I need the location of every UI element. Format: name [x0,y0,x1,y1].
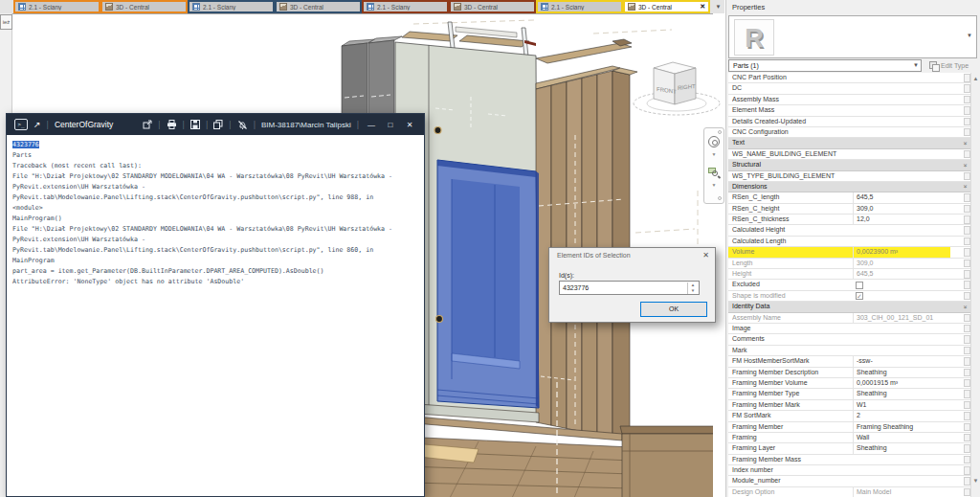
navbar-dropdown2-icon[interactable]: ▼ [704,182,724,188]
parameter-checkbox[interactable] [856,282,863,289]
parameter-value[interactable]: 12,0 [853,215,960,224]
parameter-value[interactable]: Framing Sheathing [853,422,960,432]
navigation-bar[interactable]: ▼ ▼ [703,127,724,204]
ids-input[interactable]: 4323776 ▲▼ [559,281,700,295]
ids-spinner[interactable]: ▲▼ [687,282,698,294]
popout-arrow-icon[interactable]: ↗ [33,120,41,129]
view-tab-4[interactable]: 3D - Central [275,0,362,13]
close-icon[interactable]: ✕ [403,121,416,129]
view-tab-5[interactable]: 2.1 - Ściany [362,0,449,13]
parameter-associate-button[interactable] [964,423,970,432]
type-selector[interactable]: R ▼ [728,15,977,58]
parameter-associate-button[interactable] [964,314,970,323]
parameter-associate-button[interactable] [964,237,970,246]
parameter-value[interactable]: Sheathing [853,368,960,377]
parameter-value[interactable]: Sheathing [853,443,960,453]
parameter-associate-button[interactable] [964,325,970,333]
parameter-associate-button[interactable] [964,248,970,257]
parameter-value[interactable]: 309,0 [853,204,960,214]
notifications-off-icon[interactable] [237,120,248,130]
parameter-associate-button[interactable] [964,335,970,344]
view-tab-7[interactable]: 2.1 - Ściany [536,0,623,13]
parameter-section-header[interactable]: Identity Data« [728,302,971,312]
parameter-associate-button[interactable] [964,347,970,355]
tab-close-icon[interactable]: ✕ [700,3,705,11]
parameter-associate-button[interactable] [964,260,970,268]
parameter-name: Volume [732,247,849,257]
parameter-associate-button[interactable] [964,488,970,497]
parameter-value[interactable]: 0,0023900 m³ [853,247,960,257]
parameter-associate-button[interactable] [964,390,970,398]
parameter-associate-button[interactable] [964,106,970,115]
copy-icon[interactable] [213,120,223,129]
edit-type-button[interactable]: Edit Type [929,59,979,72]
docked-panel-tab[interactable]: ież [0,14,12,30]
open-external-icon[interactable] [143,120,152,129]
maximize-icon[interactable]: □ [384,121,397,129]
ok-button[interactable]: OK [640,302,707,317]
type-selector-dropdown-icon[interactable]: ▼ [967,33,972,38]
parameter-associate-button[interactable] [964,379,970,388]
parameter-associate-button[interactable] [964,205,970,214]
parameter-value[interactable]: Wall [853,433,960,442]
dialog-close-icon[interactable]: ✕ [702,251,709,260]
parameter-associate-button[interactable] [964,357,970,366]
view-tab-6[interactable]: 3D - Central [449,0,536,13]
parameter-associate-button[interactable] [964,477,970,486]
view-tab-2[interactable]: 3D - Central [100,0,188,13]
parameter-section-header[interactable]: Text« [728,138,971,148]
tab-overflow-icon[interactable]: ▼ [713,2,724,11]
parameter-associate-button[interactable] [964,84,970,93]
console-title-bar[interactable]: >_ ↗ | CenterOfGravity | | | | [7,114,424,135]
minimize-icon[interactable]: — [365,121,378,129]
console-output[interactable]: 4323776PartsTraceback (most recent call … [7,135,424,496]
navbar-dropdown-icon[interactable]: ▼ [704,151,724,157]
parameter-value[interactable]: 645,5 [853,269,960,279]
parameter-value[interactable]: 2 [853,411,960,420]
parameter-associate-button[interactable] [964,412,970,420]
parameter-associate-button[interactable] [964,281,970,289]
parameter-value[interactable]: Main Model [853,487,960,497]
parameter-associate-button[interactable] [964,401,970,410]
properties-scrollbar[interactable]: ▲ ▼ [970,73,980,497]
parameter-section-header[interactable]: Structural« [728,160,971,170]
props-scroll-down-icon[interactable]: ▼ [971,478,980,484]
selection-filter-combo[interactable]: Parts (1) ▼ [728,59,922,72]
parameter-associate-button[interactable] [964,434,970,442]
parameter-associate-button[interactable] [964,193,970,202]
parameter-associate-button[interactable] [964,118,970,126]
steering-wheel-icon[interactable] [708,136,720,147]
parameter-value[interactable]: 309,0 [853,259,960,268]
parameter-associate-button[interactable] [964,466,970,475]
parameter-associate-button[interactable] [964,292,970,301]
props-scroll-up-icon[interactable]: ▲ [971,76,980,81]
parameter-associate-button[interactable] [964,215,970,224]
parameter-value[interactable]: 303_CIH_00_121_SD_01 [853,313,960,323]
save-icon[interactable] [190,120,200,129]
parameter-section-header[interactable]: Dimensions« [728,182,971,192]
parameter-associate-button[interactable] [964,150,970,159]
viewcube[interactable]: FRONT RIGHT [633,53,733,120]
parameter-associate-button[interactable] [964,456,970,464]
zoom-tool-icon[interactable] [708,167,720,178]
parameter-value[interactable]: -ssw- [853,356,960,366]
selected-part[interactable] [437,160,539,408]
parameter-value[interactable]: 645,5 [853,192,960,202]
parameter-value[interactable]: Sheathing [853,389,960,398]
parameter-associate-button[interactable] [964,369,970,377]
print-icon[interactable] [167,120,177,129]
view-tab-3[interactable]: 2.1 - Ściany [188,0,275,13]
view-tab-1[interactable]: 2.1 - Ściany [13,0,100,13]
parameter-associate-button[interactable] [964,270,970,279]
parameter-associate-button[interactable] [964,96,970,104]
parameter-value[interactable]: 0,0001915 m³ [853,378,960,388]
filter-dropdown-icon[interactable]: ▼ [913,60,919,71]
parameter-associate-button[interactable] [964,444,970,453]
parameter-associate-button[interactable] [964,128,970,137]
parameter-associate-button[interactable] [964,172,970,181]
parameter-associate-button[interactable] [964,74,970,82]
parameter-value[interactable]: W1 [853,400,960,410]
parameter-checkbox[interactable]: ✓ [856,292,863,300]
view-tab-8[interactable]: 3D - Central✕ [623,0,710,13]
parameter-associate-button[interactable] [964,226,970,235]
